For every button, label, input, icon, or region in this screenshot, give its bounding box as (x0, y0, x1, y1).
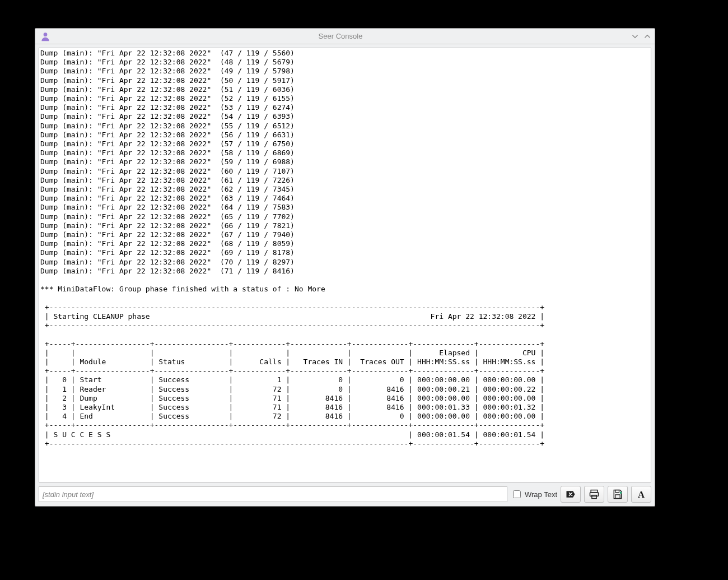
svg-rect-5 (615, 495, 620, 499)
svg-point-0 (44, 33, 48, 36)
console-output-container: Dump (main): "Fri Apr 22 12:32:08 2022" … (39, 48, 651, 482)
svg-rect-3 (592, 495, 596, 499)
content-area: Dump (main): "Fri Apr 22 12:32:08 2022" … (35, 44, 655, 506)
bottom-toolbar: Wrap Text A (39, 482, 651, 503)
print-button[interactable] (584, 486, 604, 503)
wrap-text-checkbox[interactable] (513, 490, 521, 498)
expand-button[interactable] (642, 31, 652, 41)
titlebar: Seer Console (35, 29, 655, 44)
svg-rect-4 (615, 490, 619, 493)
console-output[interactable]: Dump (main): "Fri Apr 22 12:32:08 2022" … (39, 48, 651, 482)
wrap-text-toggle[interactable]: Wrap Text (511, 489, 557, 500)
seer-app-icon (40, 31, 51, 42)
wrap-text-label: Wrap Text (525, 490, 557, 499)
window-title: Seer Console (53, 32, 628, 40)
collapse-button[interactable] (630, 31, 640, 41)
font-button[interactable]: A (631, 486, 651, 503)
clear-button[interactable] (561, 486, 581, 503)
stdin-input[interactable] (39, 486, 507, 502)
svg-text:A: A (638, 489, 645, 500)
seer-console-window: Seer Console Dump (main): "Fri Apr 22 12… (35, 28, 655, 507)
save-button[interactable] (608, 486, 628, 503)
